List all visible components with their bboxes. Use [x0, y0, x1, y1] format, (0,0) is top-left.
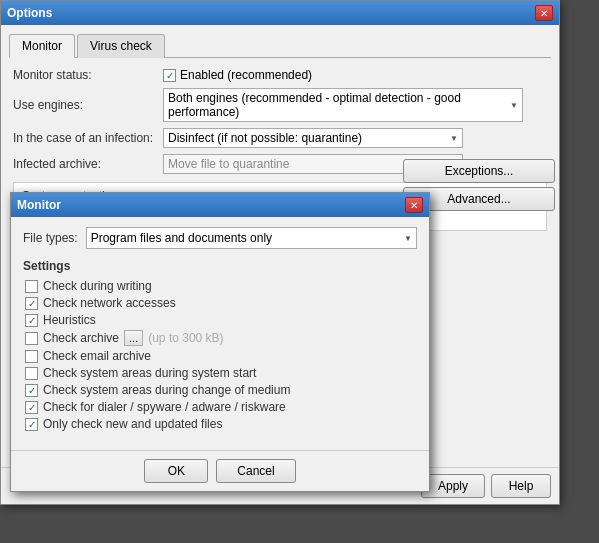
check-system-areas-start-label: Check system areas during system start	[43, 366, 256, 380]
use-engines-value: Both engines (recommended - optimal dete…	[168, 91, 506, 119]
monitor-dialog-titlebar: Monitor ✕	[11, 193, 429, 217]
use-engines-arrow-icon: ▼	[510, 101, 518, 110]
heuristics-row: ✓ Heuristics	[23, 313, 417, 327]
check-system-areas-start-checkbox[interactable]	[25, 367, 38, 380]
ok-button[interactable]: OK	[144, 459, 208, 483]
options-close-button[interactable]: ✕	[535, 5, 553, 21]
monitor-status-value-container: ✓ Enabled (recommended)	[163, 68, 312, 82]
monitor-dialog: Monitor ✕ File types: Program files and …	[10, 192, 430, 492]
check-during-writing-label: Check during writing	[43, 279, 152, 293]
monitor-status-row: Monitor status: ✓ Enabled (recommended)	[9, 68, 551, 82]
check-archive-label: Check archive	[43, 331, 119, 345]
check-email-archive-checkbox[interactable]	[25, 350, 38, 363]
check-email-archive-label: Check email archive	[43, 349, 151, 363]
check-archive-checkbox[interactable]	[25, 332, 38, 345]
options-titlebar: Options ✕	[1, 1, 559, 25]
check-during-writing-checkbox[interactable]	[25, 280, 38, 293]
tab-monitor[interactable]: Monitor	[9, 34, 75, 58]
file-types-arrow-icon: ▼	[404, 234, 412, 243]
use-engines-row: Use engines: Both engines (recommended -…	[9, 88, 551, 122]
cancel-button[interactable]: Cancel	[216, 459, 295, 483]
check-network-accesses-label: Check network accesses	[43, 296, 176, 310]
only-check-new-checkbox[interactable]: ✓	[25, 418, 38, 431]
exceptions-button[interactable]: Exceptions...	[403, 159, 555, 183]
file-types-dropdown[interactable]: Program files and documents only ▼	[86, 227, 417, 249]
check-archive-browse-button[interactable]: ...	[124, 330, 143, 346]
monitor-status-text: Enabled (recommended)	[180, 68, 312, 82]
only-check-new-row: ✓ Only check new and updated files	[23, 417, 417, 431]
monitor-dialog-close-button[interactable]: ✕	[405, 197, 423, 213]
file-types-label: File types:	[23, 231, 78, 245]
infection-row: In the case of an infection: Disinfect (…	[9, 128, 551, 148]
only-check-new-label: Only check new and updated files	[43, 417, 222, 431]
check-email-archive-row: Check email archive	[23, 349, 417, 363]
use-engines-dropdown[interactable]: Both engines (recommended - optimal dete…	[163, 88, 523, 122]
tab-bar: Monitor Virus check	[9, 33, 551, 58]
check-dialer-label: Check for dialer / spyware / adware / ri…	[43, 400, 286, 414]
monitor-status-label: Monitor status:	[13, 68, 163, 82]
infected-archive-value: Move file to quarantine	[168, 157, 289, 171]
heuristics-label: Heuristics	[43, 313, 96, 327]
infection-arrow-icon: ▼	[450, 134, 458, 143]
check-dialer-row: ✓ Check for dialer / spyware / adware / …	[23, 400, 417, 414]
infection-label: In the case of an infection:	[13, 131, 163, 145]
check-system-areas-medium-row: ✓ Check system areas during change of me…	[23, 383, 417, 397]
tab-virus-check[interactable]: Virus check	[77, 34, 165, 58]
heuristics-checkbox[interactable]: ✓	[25, 314, 38, 327]
settings-label: Settings	[23, 259, 417, 273]
outer-container: Options ✕ Monitor Virus check Monitor st…	[0, 0, 599, 543]
checkbox-list: Check during writing ✓ Check network acc…	[23, 279, 417, 431]
file-types-row: File types: Program files and documents …	[23, 227, 417, 249]
monitor-dialog-bottom: OK Cancel	[11, 450, 429, 491]
apply-button[interactable]: Apply	[421, 474, 485, 498]
infection-value: Disinfect (if not possible: quarantine)	[168, 131, 362, 145]
file-types-value: Program files and documents only	[91, 231, 272, 245]
use-engines-label: Use engines:	[13, 98, 163, 112]
check-system-areas-medium-checkbox[interactable]: ✓	[25, 384, 38, 397]
infection-dropdown[interactable]: Disinfect (if not possible: quarantine) …	[163, 128, 463, 148]
monitor-dialog-content: File types: Program files and documents …	[11, 217, 429, 444]
monitor-dialog-title: Monitor	[17, 198, 61, 212]
check-dialer-checkbox[interactable]: ✓	[25, 401, 38, 414]
check-system-areas-start-row: Check system areas during system start	[23, 366, 417, 380]
archive-hint-text: (up to 300 kB)	[148, 331, 223, 345]
help-button[interactable]: Help	[491, 474, 551, 498]
options-title: Options	[7, 6, 52, 20]
check-network-accesses-row: ✓ Check network accesses	[23, 296, 417, 310]
monitor-status-checkbox[interactable]: ✓	[163, 69, 176, 82]
infected-archive-label: Infected archive:	[13, 157, 163, 171]
check-during-writing-row: Check during writing	[23, 279, 417, 293]
check-system-areas-medium-label: Check system areas during change of medi…	[43, 383, 290, 397]
check-archive-row: Check archive ... (up to 300 kB)	[23, 330, 417, 346]
check-network-accesses-checkbox[interactable]: ✓	[25, 297, 38, 310]
